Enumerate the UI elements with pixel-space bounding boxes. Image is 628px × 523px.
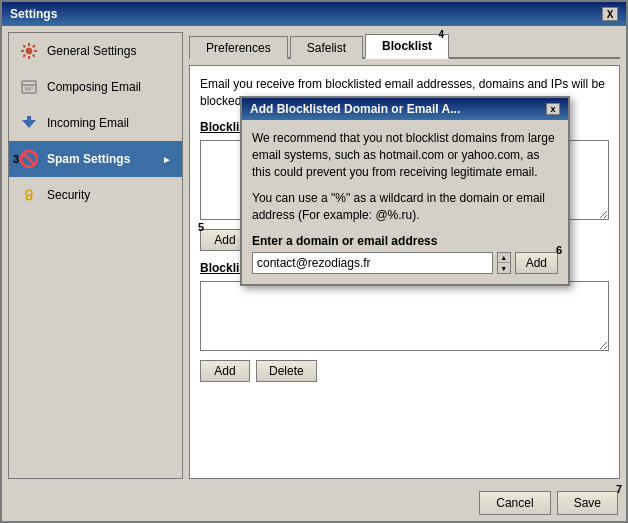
main-content: Preferences Safelist Blocklist 4 Email y… [189, 32, 620, 479]
tabs-bar: Preferences Safelist Blocklist 4 [189, 32, 620, 59]
chevron-right-icon: ► [162, 154, 172, 165]
sidebar: General Settings Composing Email [8, 32, 183, 479]
spinner-down-button[interactable]: ▼ [498, 263, 510, 273]
tab-safelist[interactable]: Safelist [290, 36, 363, 59]
footer: Cancel 7 Save [2, 485, 626, 521]
modal-input-label: Enter a domain or email address [252, 234, 558, 248]
ip-actions: Add Delete [200, 360, 609, 382]
sidebar-item-label: Incoming Email [47, 116, 129, 130]
settings-window: Settings X General Settings [0, 0, 628, 523]
tab-blocklist[interactable]: Blocklist 4 [365, 34, 449, 59]
spinner-up-button[interactable]: ▲ [498, 253, 510, 264]
domain-email-input[interactable] [252, 252, 493, 274]
svg-point-0 [26, 48, 32, 54]
compose-icon [19, 77, 39, 97]
modal-close-button[interactable]: x [546, 103, 560, 115]
spam-badge: 3 [13, 153, 19, 165]
sidebar-item-label: Security [47, 188, 90, 202]
svg-rect-1 [22, 81, 36, 93]
cancel-button[interactable]: Cancel [479, 491, 550, 515]
title-bar: Settings X [2, 2, 626, 26]
modal-title-bar: Add Blocklisted Domain or Email A... x [242, 98, 568, 120]
window-body: General Settings Composing Email [2, 26, 626, 485]
save-button-wrapper: 7 Save [557, 491, 618, 515]
window-title: Settings [10, 7, 57, 21]
sidebar-item-general-settings[interactable]: General Settings [9, 33, 182, 69]
add-domains-badge: 5 [198, 221, 204, 233]
sidebar-item-label: General Settings [47, 44, 136, 58]
save-button[interactable]: Save [557, 491, 618, 515]
modal-title: Add Blocklisted Domain or Email A... [250, 102, 460, 116]
modal-add-button[interactable]: Add [515, 252, 558, 274]
svg-line-8 [23, 153, 35, 165]
modal-body: We recommend that you not blocklist doma… [242, 120, 568, 284]
sidebar-item-security[interactable]: Security [9, 177, 182, 213]
svg-rect-6 [27, 116, 31, 124]
modal-description-2: You can use a "%" as a wildcard in the d… [252, 190, 558, 224]
incoming-icon [19, 113, 39, 133]
add-blocklisted-modal: Add Blocklisted Domain or Email A... x W… [240, 96, 570, 286]
sidebar-item-composing-email[interactable]: Composing Email [9, 69, 182, 105]
blocklist-content: Email you receive from blocklisted email… [189, 65, 620, 479]
sidebar-item-incoming-email[interactable]: Incoming Email [9, 105, 182, 141]
modal-description-1: We recommend that you not blocklist doma… [252, 130, 558, 180]
delete-ip-button[interactable]: Delete [256, 360, 317, 382]
sidebar-item-label: Spam Settings [47, 152, 130, 166]
modal-add-badge: 6 [556, 244, 562, 256]
spam-icon [19, 149, 39, 169]
save-badge: 7 [616, 483, 622, 495]
security-icon [19, 185, 39, 205]
sidebar-item-spam-settings[interactable]: 3 Spam Settings ► [9, 141, 182, 177]
sidebar-item-label: Composing Email [47, 80, 141, 94]
blocklist-tab-badge: 4 [439, 29, 445, 40]
modal-input-row: ▲ ▼ 6 Add [252, 252, 558, 274]
svg-point-11 [28, 197, 30, 199]
gear-icon [19, 41, 39, 61]
ip-list[interactable] [200, 281, 609, 351]
window-close-button[interactable]: X [602, 7, 618, 21]
add-ip-button[interactable]: Add [200, 360, 250, 382]
tab-preferences[interactable]: Preferences [189, 36, 288, 59]
spinner: ▲ ▼ [497, 252, 511, 274]
